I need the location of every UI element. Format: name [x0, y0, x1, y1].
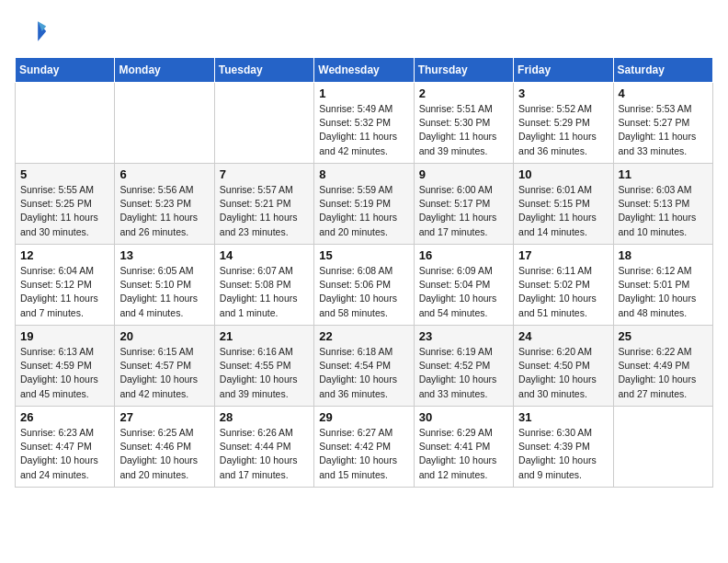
- day-number: 29: [319, 410, 408, 424]
- weekday-header: Thursday: [414, 58, 513, 83]
- calendar-cell: 24Sunrise: 6:20 AM Sunset: 4:50 PM Dayli…: [514, 326, 613, 407]
- day-info: Sunrise: 5:49 AM Sunset: 5:32 PM Dayligh…: [319, 102, 408, 158]
- day-info: Sunrise: 5:57 AM Sunset: 5:21 PM Dayligh…: [220, 183, 309, 239]
- day-info: Sunrise: 6:00 AM Sunset: 5:17 PM Dayligh…: [419, 183, 508, 239]
- calendar-cell: [214, 83, 313, 164]
- calendar-table: SundayMondayTuesdayWednesdayThursdayFrid…: [15, 57, 713, 488]
- day-number: 18: [619, 248, 708, 262]
- day-info: Sunrise: 6:23 AM Sunset: 4:47 PM Dayligh…: [20, 426, 109, 482]
- calendar-cell: 12Sunrise: 6:04 AM Sunset: 5:12 PM Dayli…: [16, 245, 115, 326]
- day-number: 23: [419, 329, 508, 343]
- day-number: 14: [220, 248, 309, 262]
- day-number: 28: [220, 410, 309, 424]
- calendar-cell: 1Sunrise: 5:49 AM Sunset: 5:32 PM Daylig…: [314, 83, 414, 164]
- day-info: Sunrise: 6:04 AM Sunset: 5:12 PM Dayligh…: [20, 264, 109, 320]
- day-info: Sunrise: 6:27 AM Sunset: 4:42 PM Dayligh…: [319, 426, 408, 482]
- calendar-cell: 11Sunrise: 6:03 AM Sunset: 5:13 PM Dayli…: [613, 164, 712, 245]
- day-info: Sunrise: 6:26 AM Sunset: 4:44 PM Dayligh…: [220, 426, 309, 482]
- day-info: Sunrise: 5:59 AM Sunset: 5:19 PM Dayligh…: [319, 183, 408, 239]
- day-info: Sunrise: 5:53 AM Sunset: 5:27 PM Dayligh…: [619, 102, 708, 158]
- day-info: Sunrise: 6:18 AM Sunset: 4:54 PM Dayligh…: [319, 345, 408, 401]
- day-info: Sunrise: 5:56 AM Sunset: 5:23 PM Dayligh…: [119, 183, 209, 239]
- day-info: Sunrise: 6:29 AM Sunset: 4:41 PM Dayligh…: [419, 426, 508, 482]
- calendar-cell: 13Sunrise: 6:05 AM Sunset: 5:10 PM Dayli…: [115, 245, 214, 326]
- calendar-cell: 31Sunrise: 6:30 AM Sunset: 4:39 PM Dayli…: [514, 407, 613, 488]
- calendar-cell: 8Sunrise: 5:59 AM Sunset: 5:19 PM Daylig…: [314, 164, 414, 245]
- calendar-cell: 20Sunrise: 6:15 AM Sunset: 4:57 PM Dayli…: [115, 326, 214, 407]
- calendar-cell: 15Sunrise: 6:08 AM Sunset: 5:06 PM Dayli…: [314, 245, 414, 326]
- day-info: Sunrise: 6:12 AM Sunset: 5:01 PM Dayligh…: [619, 264, 708, 320]
- day-number: 12: [20, 248, 109, 262]
- day-number: 27: [119, 410, 209, 424]
- weekday-header: Sunday: [16, 58, 115, 83]
- calendar-cell: [115, 83, 214, 164]
- day-number: 24: [518, 329, 608, 343]
- day-number: 10: [518, 167, 608, 181]
- calendar-cell: 9Sunrise: 6:00 AM Sunset: 5:17 PM Daylig…: [414, 164, 513, 245]
- logo: [15, 15, 51, 48]
- day-info: Sunrise: 6:03 AM Sunset: 5:13 PM Dayligh…: [619, 183, 708, 239]
- day-number: 2: [419, 86, 508, 100]
- calendar-cell: 21Sunrise: 6:16 AM Sunset: 4:55 PM Dayli…: [214, 326, 313, 407]
- calendar-cell: 26Sunrise: 6:23 AM Sunset: 4:47 PM Dayli…: [16, 407, 115, 488]
- day-number: 20: [119, 329, 209, 343]
- day-number: 7: [220, 167, 309, 181]
- calendar-cell: 25Sunrise: 6:22 AM Sunset: 4:49 PM Dayli…: [613, 326, 712, 407]
- day-number: 6: [119, 167, 209, 181]
- day-number: 21: [220, 329, 309, 343]
- day-number: 8: [319, 167, 408, 181]
- day-info: Sunrise: 6:15 AM Sunset: 4:57 PM Dayligh…: [119, 345, 209, 401]
- calendar-cell: 18Sunrise: 6:12 AM Sunset: 5:01 PM Dayli…: [613, 245, 712, 326]
- day-info: Sunrise: 5:52 AM Sunset: 5:29 PM Dayligh…: [518, 102, 608, 158]
- day-number: 16: [419, 248, 508, 262]
- weekday-header: Wednesday: [314, 58, 414, 83]
- day-number: 15: [319, 248, 408, 262]
- calendar-cell: 3Sunrise: 5:52 AM Sunset: 5:29 PM Daylig…: [514, 83, 613, 164]
- day-info: Sunrise: 6:19 AM Sunset: 4:52 PM Dayligh…: [419, 345, 508, 401]
- day-number: 17: [518, 248, 608, 262]
- day-number: 4: [619, 86, 708, 100]
- calendar-cell: 17Sunrise: 6:11 AM Sunset: 5:02 PM Dayli…: [514, 245, 613, 326]
- day-number: 9: [419, 167, 508, 181]
- day-number: 22: [319, 329, 408, 343]
- weekday-header: Monday: [115, 58, 214, 83]
- calendar-week: 19Sunrise: 6:13 AM Sunset: 4:59 PM Dayli…: [16, 326, 713, 407]
- page-header: [15, 15, 713, 48]
- calendar-cell: 23Sunrise: 6:19 AM Sunset: 4:52 PM Dayli…: [414, 326, 513, 407]
- day-info: Sunrise: 6:05 AM Sunset: 5:10 PM Dayligh…: [119, 264, 209, 320]
- day-number: 5: [20, 167, 109, 181]
- calendar-cell: 19Sunrise: 6:13 AM Sunset: 4:59 PM Dayli…: [16, 326, 115, 407]
- calendar-body: 1Sunrise: 5:49 AM Sunset: 5:32 PM Daylig…: [16, 83, 713, 488]
- calendar-cell: [613, 407, 712, 488]
- day-info: Sunrise: 6:30 AM Sunset: 4:39 PM Dayligh…: [518, 426, 608, 482]
- day-info: Sunrise: 6:25 AM Sunset: 4:46 PM Dayligh…: [119, 426, 209, 482]
- day-info: Sunrise: 6:16 AM Sunset: 4:55 PM Dayligh…: [220, 345, 309, 401]
- weekday-header: Friday: [514, 58, 613, 83]
- calendar-week: 12Sunrise: 6:04 AM Sunset: 5:12 PM Dayli…: [16, 245, 713, 326]
- logo-icon: [15, 15, 48, 48]
- day-number: 13: [119, 248, 209, 262]
- weekday-row: SundayMondayTuesdayWednesdayThursdayFrid…: [16, 58, 713, 83]
- calendar-cell: 5Sunrise: 5:55 AM Sunset: 5:25 PM Daylig…: [16, 164, 115, 245]
- day-number: 3: [518, 86, 608, 100]
- day-info: Sunrise: 5:51 AM Sunset: 5:30 PM Dayligh…: [419, 102, 508, 158]
- calendar-cell: [16, 83, 115, 164]
- calendar-week: 5Sunrise: 5:55 AM Sunset: 5:25 PM Daylig…: [16, 164, 713, 245]
- calendar-cell: 27Sunrise: 6:25 AM Sunset: 4:46 PM Dayli…: [115, 407, 214, 488]
- day-number: 26: [20, 410, 109, 424]
- weekday-header: Saturday: [613, 58, 712, 83]
- day-number: 1: [319, 86, 408, 100]
- day-number: 11: [619, 167, 708, 181]
- calendar-cell: 29Sunrise: 6:27 AM Sunset: 4:42 PM Dayli…: [314, 407, 414, 488]
- calendar-cell: 6Sunrise: 5:56 AM Sunset: 5:23 PM Daylig…: [115, 164, 214, 245]
- day-info: Sunrise: 6:11 AM Sunset: 5:02 PM Dayligh…: [518, 264, 608, 320]
- calendar-cell: 2Sunrise: 5:51 AM Sunset: 5:30 PM Daylig…: [414, 83, 513, 164]
- calendar-cell: 14Sunrise: 6:07 AM Sunset: 5:08 PM Dayli…: [214, 245, 313, 326]
- day-info: Sunrise: 6:09 AM Sunset: 5:04 PM Dayligh…: [419, 264, 508, 320]
- day-info: Sunrise: 6:20 AM Sunset: 4:50 PM Dayligh…: [518, 345, 608, 401]
- calendar-cell: 28Sunrise: 6:26 AM Sunset: 4:44 PM Dayli…: [214, 407, 313, 488]
- calendar-cell: 7Sunrise: 5:57 AM Sunset: 5:21 PM Daylig…: [214, 164, 313, 245]
- calendar-week: 1Sunrise: 5:49 AM Sunset: 5:32 PM Daylig…: [16, 83, 713, 164]
- day-number: 19: [20, 329, 109, 343]
- calendar-cell: 16Sunrise: 6:09 AM Sunset: 5:04 PM Dayli…: [414, 245, 513, 326]
